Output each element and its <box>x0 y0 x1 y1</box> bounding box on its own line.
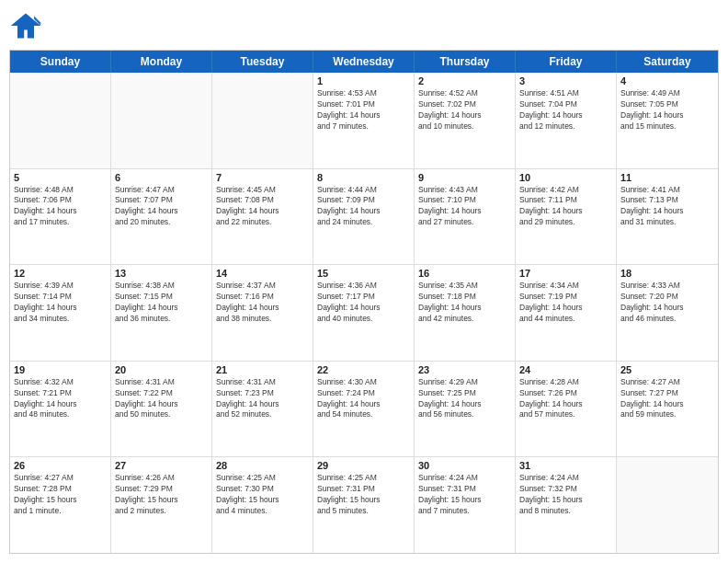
cell-info-line: Sunrise: 4:53 AM <box>317 88 410 99</box>
cell-info-line: Sunset: 7:31 PM <box>418 484 511 495</box>
day-number: 7 <box>216 172 309 183</box>
cell-info-line: Sunset: 7:05 PM <box>620 99 714 110</box>
day-number: 15 <box>317 268 410 279</box>
header-day-friday: Friday <box>516 51 617 73</box>
cell-info-line: Daylight: 14 hours <box>317 303 410 314</box>
cal-cell-r0-c2 <box>212 73 313 168</box>
cell-info-line: Daylight: 14 hours <box>14 303 107 314</box>
cell-info-line: Daylight: 14 hours <box>418 399 511 410</box>
cell-info-line: and 40 minutes. <box>317 314 410 325</box>
cell-info-line: and 50 minutes. <box>115 409 208 420</box>
cell-info-line: and 1 minute. <box>14 506 107 517</box>
cell-info-line: Sunrise: 4:43 AM <box>418 185 511 196</box>
cell-info-line: Sunset: 7:14 PM <box>14 292 107 303</box>
cell-info-line: Daylight: 14 hours <box>115 206 208 217</box>
cell-info-line: Sunrise: 4:52 AM <box>418 88 511 99</box>
cell-info-line: Daylight: 15 hours <box>317 495 410 506</box>
day-number: 17 <box>519 268 612 279</box>
cal-cell-r3-c3: 22Sunrise: 4:30 AMSunset: 7:24 PMDayligh… <box>313 362 415 457</box>
day-number: 20 <box>115 364 208 375</box>
cal-cell-r4-c3: 29Sunrise: 4:25 AMSunset: 7:31 PMDayligh… <box>313 457 415 553</box>
cell-info-line: Sunset: 7:31 PM <box>317 484 410 495</box>
cell-info-line: Sunrise: 4:41 AM <box>620 185 714 196</box>
cell-info-line: Sunset: 7:30 PM <box>216 484 309 495</box>
cell-info-line: Sunrise: 4:33 AM <box>620 281 714 292</box>
cal-cell-r1-c3: 8Sunrise: 4:44 AMSunset: 7:09 PMDaylight… <box>313 169 415 265</box>
cal-cell-r1-c2: 7Sunrise: 4:45 AMSunset: 7:08 PMDaylight… <box>212 169 313 265</box>
cell-info-line: and 34 minutes. <box>14 314 107 325</box>
day-number: 13 <box>115 268 208 279</box>
cal-cell-r3-c6: 25Sunrise: 4:27 AMSunset: 7:27 PMDayligh… <box>617 362 718 457</box>
cell-info-line: Daylight: 14 hours <box>519 303 612 314</box>
cell-info-line: Daylight: 15 hours <box>216 495 309 506</box>
cell-info-line: and 7 minutes. <box>418 506 511 517</box>
cell-info-line: Sunset: 7:16 PM <box>216 292 309 303</box>
cell-info-line: Sunset: 7:18 PM <box>418 292 511 303</box>
cell-info-line: Sunrise: 4:24 AM <box>519 473 612 484</box>
cal-cell-r1-c4: 9Sunrise: 4:43 AMSunset: 7:10 PMDaylight… <box>415 169 516 265</box>
calendar-row-4: 26Sunrise: 4:27 AMSunset: 7:28 PMDayligh… <box>10 457 718 553</box>
logo <box>9 9 46 42</box>
cell-info-line: Sunrise: 4:48 AM <box>14 185 107 196</box>
cell-info-line: and 36 minutes. <box>115 314 208 325</box>
day-number: 11 <box>620 172 714 183</box>
cell-info-line: Daylight: 14 hours <box>519 110 612 121</box>
cell-info-line: and 31 minutes. <box>620 217 714 228</box>
cal-cell-r0-c4: 2Sunrise: 4:52 AMSunset: 7:02 PMDaylight… <box>415 73 516 168</box>
day-number: 1 <box>317 75 410 86</box>
cell-info-line: and 15 minutes. <box>620 121 714 132</box>
cell-info-line: Sunrise: 4:42 AM <box>519 185 612 196</box>
svg-marker-0 <box>11 14 40 39</box>
cell-info-line: and 44 minutes. <box>519 314 612 325</box>
cal-cell-r1-c5: 10Sunrise: 4:42 AMSunset: 7:11 PMDayligh… <box>516 169 617 265</box>
day-number: 25 <box>620 364 714 375</box>
cell-info-line: Sunrise: 4:28 AM <box>519 377 612 388</box>
cell-info-line: Daylight: 14 hours <box>317 206 410 217</box>
day-number: 4 <box>620 75 714 86</box>
cell-info-line: Daylight: 14 hours <box>216 206 309 217</box>
cell-info-line: and 2 minutes. <box>115 506 208 517</box>
cell-info-line: and 54 minutes. <box>317 409 410 420</box>
cell-info-line: Daylight: 14 hours <box>14 399 107 410</box>
cell-info-line: Sunset: 7:19 PM <box>519 292 612 303</box>
cell-info-line: Sunrise: 4:47 AM <box>115 185 208 196</box>
day-number: 24 <box>519 364 612 375</box>
day-number: 8 <box>317 172 410 183</box>
cell-info-line: Sunset: 7:10 PM <box>418 195 511 206</box>
cell-info-line: Sunset: 7:32 PM <box>519 484 612 495</box>
day-number: 28 <box>216 460 309 471</box>
cell-info-line: Daylight: 14 hours <box>620 206 714 217</box>
cell-info-line: Daylight: 15 hours <box>418 495 511 506</box>
header-day-wednesday: Wednesday <box>313 51 415 73</box>
cell-info-line: and 27 minutes. <box>418 217 511 228</box>
cal-cell-r0-c1 <box>111 73 212 168</box>
cell-info-line: and 59 minutes. <box>620 409 714 420</box>
cell-info-line: Sunset: 7:04 PM <box>519 99 612 110</box>
cell-info-line: Sunrise: 4:37 AM <box>216 281 309 292</box>
cell-info-line: Sunset: 7:20 PM <box>620 292 714 303</box>
cal-cell-r4-c6 <box>617 457 718 553</box>
cell-info-line: and 42 minutes. <box>418 314 511 325</box>
day-number: 22 <box>317 364 410 375</box>
cell-info-line: and 8 minutes. <box>519 506 612 517</box>
day-number: 30 <box>418 460 511 471</box>
cell-info-line: Daylight: 14 hours <box>519 399 612 410</box>
cal-cell-r0-c0 <box>10 73 111 168</box>
day-number: 9 <box>418 172 511 183</box>
cell-info-line: Sunset: 7:22 PM <box>115 388 208 399</box>
day-number: 23 <box>418 364 511 375</box>
cal-cell-r0-c3: 1Sunrise: 4:53 AMSunset: 7:01 PMDaylight… <box>313 73 415 168</box>
cal-cell-r2-c6: 18Sunrise: 4:33 AMSunset: 7:20 PMDayligh… <box>617 265 718 361</box>
cal-cell-r2-c1: 13Sunrise: 4:38 AMSunset: 7:15 PMDayligh… <box>111 265 212 361</box>
cell-info-line: Daylight: 14 hours <box>620 399 714 410</box>
cell-info-line: Sunrise: 4:27 AM <box>620 377 714 388</box>
header-day-thursday: Thursday <box>415 51 516 73</box>
day-number: 10 <box>519 172 612 183</box>
day-number: 14 <box>216 268 309 279</box>
cell-info-line: Sunrise: 4:35 AM <box>418 281 511 292</box>
cell-info-line: Sunset: 7:08 PM <box>216 195 309 206</box>
cell-info-line: Daylight: 14 hours <box>620 110 714 121</box>
cell-info-line: Sunset: 7:09 PM <box>317 195 410 206</box>
cell-info-line: Sunset: 7:13 PM <box>620 195 714 206</box>
day-number: 16 <box>418 268 511 279</box>
